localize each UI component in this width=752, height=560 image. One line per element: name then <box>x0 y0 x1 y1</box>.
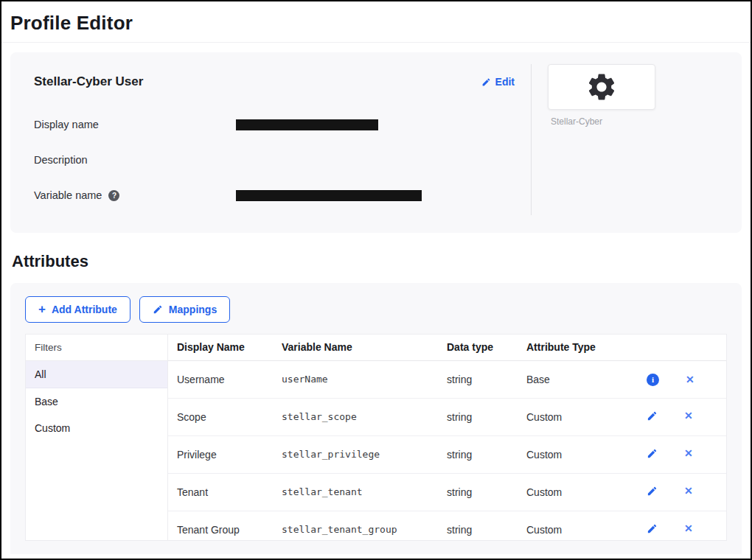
page-title: Profile Editor <box>10 12 739 35</box>
attribute-data-type: string <box>438 435 518 473</box>
attribute-data-type: string <box>438 473 518 511</box>
provider-label: Stellar-Cyber <box>551 116 718 127</box>
attribute-type: Custom <box>518 511 636 540</box>
attributes-heading: Attributes <box>12 252 742 271</box>
add-attribute-button[interactable]: + Add Attribute <box>25 296 130 323</box>
attribute-type: Custom <box>518 435 636 473</box>
attribute-data-type: string <box>438 398 518 435</box>
add-attribute-label: Add Attribute <box>52 304 117 315</box>
edit-pencil-icon <box>481 77 491 87</box>
mappings-label: Mappings <box>169 304 217 315</box>
attribute-data-type: string <box>438 360 518 398</box>
provider-panel: Stellar-Cyber <box>531 64 718 215</box>
field-display-name: Display name <box>34 107 515 142</box>
attribute-actions: ✕ <box>636 473 726 511</box>
plus-icon: + <box>38 304 46 315</box>
profile-editor-page: Profile Editor Stellar-Cyber User Edit D… <box>0 0 752 560</box>
edit-attribute-icon[interactable] <box>647 486 658 497</box>
attribute-variable-name: stellar_scope <box>273 398 438 435</box>
column-header-variable-name: Variable Name <box>273 335 438 360</box>
variable-name-label: Variable name <box>34 189 102 201</box>
info-icon[interactable]: i <box>647 374 659 386</box>
display-name-label: Display name <box>34 119 99 130</box>
attribute-actions: ✕ <box>636 398 726 435</box>
filters-label: Filters <box>26 335 167 361</box>
attributes-toolbar: + Add Attribute Mappings <box>25 296 727 323</box>
redacted-display-name-value <box>236 119 378 130</box>
column-header-attribute-type: Attribute Type <box>518 335 636 360</box>
gear-icon <box>585 71 618 103</box>
attribute-row: Tenant Groupstellar_tenant_groupstringCu… <box>168 511 726 540</box>
filter-item-custom[interactable]: Custom <box>26 415 167 441</box>
delete-attribute-icon[interactable]: ✕ <box>684 485 693 497</box>
column-header-data-type: Data type <box>438 335 518 360</box>
attribute-actions: ✕ <box>636 435 726 473</box>
attributes-table: Display NameVariable NameData typeAttrib… <box>168 335 726 540</box>
column-header-display-name: Display Name <box>168 335 273 360</box>
redacted-variable-name-value <box>236 190 422 201</box>
attributes-table-body: UsernameuserNamestringBasei✕Scopestellar… <box>168 360 726 540</box>
attribute-actions: i✕ <box>636 360 726 398</box>
delete-attribute-icon[interactable]: ✕ <box>684 522 693 535</box>
delete-attribute-icon[interactable]: ✕ <box>686 374 694 386</box>
edit-attribute-icon[interactable] <box>647 448 658 459</box>
field-description: Description <box>34 142 515 178</box>
attribute-row: Scopestellar_scopestringCustom✕ <box>168 398 726 435</box>
filter-item-all[interactable]: All <box>26 361 167 388</box>
table-header-row: Display NameVariable NameData typeAttrib… <box>168 335 726 360</box>
provider-card[interactable] <box>548 64 655 110</box>
attribute-variable-name: userName <box>273 360 438 398</box>
help-icon[interactable]: ? <box>108 190 119 201</box>
page-header: Profile Editor <box>1 1 751 43</box>
profile-details: Stellar-Cyber User Edit Display name Des… <box>34 64 531 215</box>
attribute-display-name: Username <box>168 360 273 398</box>
mappings-button[interactable]: Mappings <box>139 296 230 323</box>
filter-item-base[interactable]: Base <box>26 388 167 415</box>
attribute-row: UsernameuserNamestringBasei✕ <box>168 360 726 398</box>
edit-attribute-icon[interactable] <box>647 523 658 534</box>
attribute-type: Custom <box>518 473 636 511</box>
attribute-actions: ✕ <box>636 511 726 540</box>
attribute-display-name: Tenant Group <box>168 511 273 540</box>
attribute-variable-name: stellar_privilege <box>273 435 438 473</box>
attribute-variable-name: stellar_tenant_group <box>273 511 438 540</box>
delete-attribute-icon[interactable]: ✕ <box>684 410 693 422</box>
attribute-row: Tenantstellar_tenantstringCustom✕ <box>168 473 726 511</box>
attribute-data-type: string <box>438 511 518 540</box>
column-header-actions <box>636 335 726 360</box>
attributes-section: + Add Attribute Mappings Filters AllBase… <box>10 283 742 554</box>
attribute-variable-name: stellar_tenant <box>273 473 438 511</box>
attribute-row: Privilegestellar_privilegestringCustom✕ <box>168 435 726 473</box>
attribute-type: Custom <box>518 398 636 435</box>
attribute-display-name: Privilege <box>168 435 273 473</box>
attribute-display-name: Scope <box>168 398 273 435</box>
delete-attribute-icon[interactable]: ✕ <box>684 447 693 460</box>
filter-list: AllBaseCustom <box>26 361 167 441</box>
profile-card: Stellar-Cyber User Edit Display name Des… <box>10 52 742 233</box>
description-label: Description <box>34 154 88 166</box>
mappings-pencil-icon <box>153 304 163 315</box>
edit-profile-button[interactable]: Edit <box>481 76 515 88</box>
attribute-display-name: Tenant <box>168 473 273 511</box>
field-variable-name: Variable name ? <box>34 178 515 213</box>
edit-attribute-icon[interactable] <box>647 410 658 421</box>
edit-label: Edit <box>495 76 515 88</box>
profile-name: Stellar-Cyber User <box>34 74 143 89</box>
filters-panel: Filters AllBaseCustom <box>26 335 168 540</box>
attribute-type: Base <box>518 360 636 398</box>
attributes-content: Filters AllBaseCustom Display NameVariab… <box>25 334 727 541</box>
